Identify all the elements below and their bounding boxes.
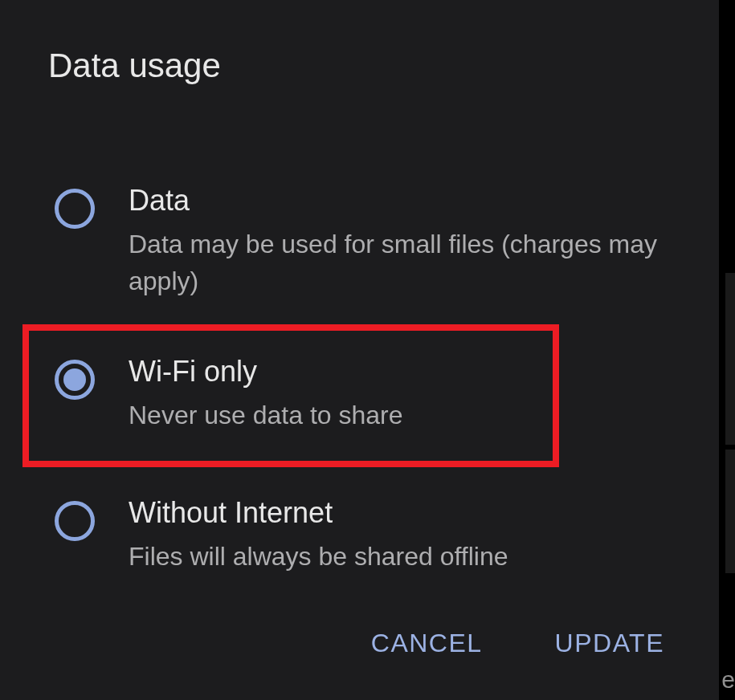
option-text: Wi-Fi only Never use data to share — [129, 355, 403, 433]
radio-icon — [55, 501, 95, 541]
data-usage-dialog: Data usage Data Data may be used for sma… — [0, 0, 719, 700]
options-list: Data Data may be used for small files (c… — [48, 169, 671, 598]
option-without-internet[interactable]: Without Internet Files will always be sh… — [48, 482, 671, 597]
option-title: Wi-Fi only — [129, 355, 403, 389]
option-title: Without Internet — [129, 496, 508, 530]
option-subtitle: Never use data to share — [129, 397, 403, 433]
dialog-title: Data usage — [48, 47, 671, 85]
option-wifi-only[interactable]: Wi-Fi only Never use data to share — [26, 328, 556, 464]
option-text: Data Data may be used for small files (c… — [129, 184, 671, 300]
edge-segment — [725, 450, 735, 573]
radio-icon — [55, 360, 95, 400]
radio-icon — [55, 189, 95, 229]
edge-segment — [725, 273, 735, 445]
update-button[interactable]: UPDATE — [555, 629, 664, 658]
option-subtitle: Data may be used for small files (charge… — [129, 226, 671, 300]
cancel-button[interactable]: CANCEL — [371, 629, 483, 658]
edge-char: e — [721, 666, 735, 694]
option-data[interactable]: Data Data may be used for small files (c… — [48, 169, 671, 323]
dialog-actions: CANCEL UPDATE — [371, 629, 664, 658]
right-edge-background: e — [719, 0, 735, 700]
option-title: Data — [129, 184, 671, 218]
option-text: Without Internet Files will always be sh… — [129, 496, 508, 575]
option-subtitle: Files will always be shared offline — [129, 538, 508, 575]
